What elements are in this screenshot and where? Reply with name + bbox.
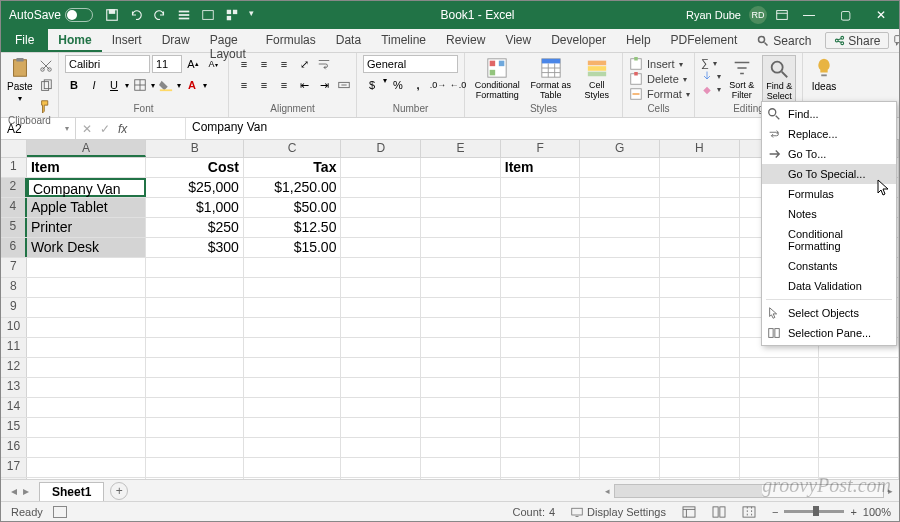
col-header[interactable]: C [244,140,342,157]
tab-help[interactable]: Help [616,29,661,52]
insert-cells-button[interactable]: Insert▾ [629,57,683,71]
cell[interactable] [341,298,421,317]
col-header[interactable]: E [421,140,501,157]
menu-item[interactable]: Notes [762,204,896,224]
cell[interactable] [244,458,342,477]
cell[interactable] [146,398,244,417]
cell[interactable] [421,378,501,397]
cell[interactable] [660,278,740,297]
cell[interactable]: Item [501,158,581,177]
cell[interactable] [421,418,501,437]
inc-decimal-icon[interactable]: .0→ [429,76,447,94]
cell[interactable] [501,438,581,457]
fill-color-icon[interactable] [157,76,175,94]
copy-icon[interactable] [37,77,55,95]
tab-review[interactable]: Review [436,29,495,52]
cell[interactable] [27,458,146,477]
align-bot-icon[interactable]: ≡ [275,55,293,73]
cut-icon[interactable] [37,57,55,75]
cell[interactable] [341,218,421,237]
row-header[interactable]: 1 [1,158,27,177]
ribbon-display-icon[interactable] [775,8,789,22]
minimize-button[interactable]: — [791,8,827,22]
search-box[interactable]: Search [747,29,821,52]
cell[interactable] [146,338,244,357]
cell[interactable] [580,338,660,357]
indent-dec-icon[interactable]: ⇤ [295,76,313,94]
cell[interactable] [580,438,660,457]
comma-icon[interactable]: , [409,76,427,94]
align-center-icon[interactable]: ≡ [255,76,273,94]
cell[interactable] [341,238,421,257]
cell[interactable] [660,398,740,417]
col-header[interactable]: H [660,140,740,157]
cell[interactable] [580,258,660,277]
cell[interactable] [580,318,660,337]
cell[interactable] [27,378,146,397]
underline-button[interactable]: U [105,76,123,94]
cell[interactable] [27,358,146,377]
tab-timeline[interactable]: Timeline [371,29,436,52]
cell[interactable] [341,258,421,277]
redo-icon[interactable] [153,8,167,22]
cell[interactable] [244,338,342,357]
cell[interactable]: Cost [146,158,244,177]
cell[interactable] [580,458,660,477]
zoom-level[interactable]: 100% [863,506,891,518]
tab-data[interactable]: Data [326,29,371,52]
row-header[interactable]: 15 [1,418,27,437]
cell[interactable] [580,198,660,217]
cell[interactable] [740,438,820,457]
row-header[interactable]: 10 [1,318,27,337]
row-header[interactable]: 6 [1,238,27,257]
tab-insert[interactable]: Insert [102,29,152,52]
italic-button[interactable]: I [85,76,103,94]
cell[interactable] [146,318,244,337]
cell[interactable]: $15.00 [244,238,342,257]
cell[interactable]: $250 [146,218,244,237]
cell[interactable] [580,298,660,317]
select-all-button[interactable] [1,140,27,157]
col-header[interactable]: A [27,140,146,157]
cell[interactable] [740,358,820,377]
cell[interactable] [421,218,501,237]
cell[interactable] [244,358,342,377]
qat-icon[interactable] [177,8,191,22]
cell[interactable] [580,158,660,177]
row-header[interactable]: 9 [1,298,27,317]
prev-sheet-icon[interactable]: ◂ [11,484,17,498]
orientation-icon[interactable]: ⤢ [295,55,313,73]
menu-item[interactable]: Find... [762,104,896,124]
cell[interactable] [27,278,146,297]
align-left-icon[interactable]: ≡ [235,76,253,94]
ideas-button[interactable]: Ideas [809,55,839,92]
cell[interactable] [580,378,660,397]
col-header[interactable]: F [501,140,581,157]
cell[interactable] [660,178,740,197]
cell[interactable] [501,298,581,317]
cell[interactable] [146,258,244,277]
cancel-icon[interactable]: ✕ [82,122,92,136]
row-header[interactable]: 14 [1,398,27,417]
cell[interactable]: $1,250.00 [244,178,342,197]
cell[interactable] [146,458,244,477]
cell[interactable] [660,298,740,317]
font-size-select[interactable] [152,55,182,73]
menu-item[interactable]: Data Validation [762,276,896,296]
merge-icon[interactable] [335,76,353,94]
cell[interactable] [341,378,421,397]
cell[interactable] [819,418,899,437]
cell[interactable] [501,358,581,377]
bold-button[interactable]: B [65,76,83,94]
cell[interactable]: $12.50 [244,218,342,237]
find-select-button[interactable]: Find & Select [762,55,796,103]
fill-button[interactable]: ▾ [701,70,721,82]
tab-file[interactable]: File [1,29,48,52]
cell[interactable] [501,238,581,257]
indent-inc-icon[interactable]: ⇥ [315,76,333,94]
format-painter-icon[interactable] [37,97,55,115]
autosum-button[interactable]: ∑▾ [701,57,721,69]
cell[interactable] [501,318,581,337]
borders-icon[interactable] [131,76,149,94]
cell[interactable] [660,418,740,437]
